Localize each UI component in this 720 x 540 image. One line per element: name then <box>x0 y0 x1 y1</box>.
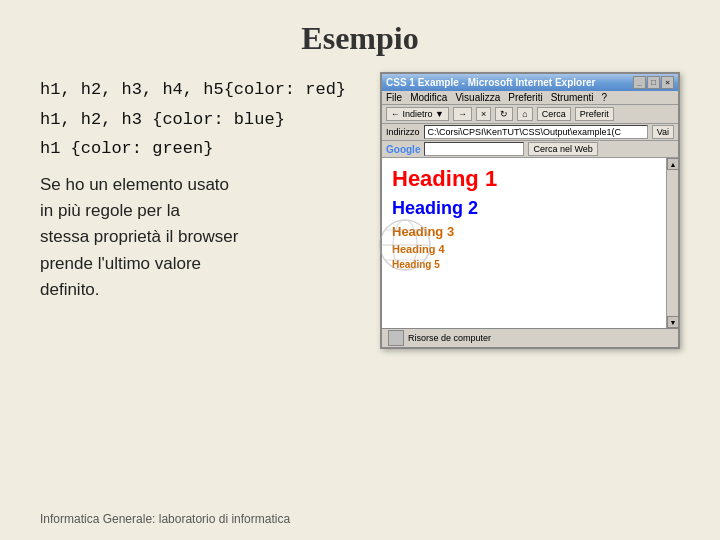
google-search-input[interactable] <box>424 142 524 156</box>
menu-strumenti[interactable]: Strumenti <box>551 92 594 103</box>
code-line-3: h1 {color: green} <box>40 136 370 162</box>
titlebar-buttons: _ □ × <box>633 76 674 89</box>
address-input[interactable] <box>424 125 648 139</box>
slide-title: Esempio <box>40 20 680 57</box>
close-button[interactable]: × <box>661 76 674 89</box>
code-line-1: h1, h2, h3, h4, h5{color: red} <box>40 77 370 103</box>
forward-button[interactable]: → <box>453 107 472 121</box>
google-search-button[interactable]: Cerca nel Web <box>528 142 597 156</box>
search-button[interactable]: Cerca <box>537 107 571 121</box>
google-bar: Google Cerca nel Web <box>382 141 678 158</box>
status-text: Risorse de computer <box>408 333 491 343</box>
left-text-block: h1, h2, h3, h4, h5{color: red} h1, h2, h… <box>40 77 370 303</box>
browser-toolbar: ← Indietro ▼ → × ↻ ⌂ Cerca Preferit <box>382 105 678 124</box>
home-button[interactable]: ⌂ <box>517 107 532 121</box>
content-area: h1, h2, h3, h4, h5{color: red} h1, h2, h… <box>40 77 680 349</box>
description-text: Se ho un elemento usato in più regole pe… <box>40 172 370 304</box>
browser-menubar: File Modifica Visualizza Preferiti Strum… <box>382 91 678 105</box>
browser-titlebar: CSS 1 Example - Microsoft Internet Explo… <box>382 74 678 91</box>
menu-modifica[interactable]: Modifica <box>410 92 447 103</box>
diagram-element <box>375 215 435 275</box>
menu-visualizza[interactable]: Visualizza <box>455 92 500 103</box>
browser-scrollbar[interactable]: ▲ ▼ <box>666 158 678 328</box>
address-bar: Indirizzo Vai <box>382 124 678 141</box>
browser-window: CSS 1 Example - Microsoft Internet Explo… <box>380 72 680 349</box>
stop-button[interactable]: × <box>476 107 491 121</box>
footnote: Informatica Generale: laboratorio di inf… <box>40 512 290 526</box>
maximize-button[interactable]: □ <box>647 76 660 89</box>
code-line-2: h1, h2, h3 {color: blue} <box>40 107 370 133</box>
go-button[interactable]: Vai <box>652 125 674 139</box>
scroll-up-button[interactable]: ▲ <box>667 158 679 170</box>
menu-help[interactable]: ? <box>601 92 607 103</box>
h1-heading: Heading 1 <box>392 166 668 192</box>
browser-title: CSS 1 Example - Microsoft Internet Explo… <box>386 77 596 88</box>
favorites-button[interactable]: Preferit <box>575 107 614 121</box>
address-label: Indirizzo <box>386 127 420 137</box>
slide: Esempio h1, h2, h3, h4, h5{color: red} h… <box>0 0 720 540</box>
browser-statusbar: Risorse de computer <box>382 328 678 347</box>
back-button[interactable]: ← Indietro ▼ <box>386 107 449 121</box>
status-icon <box>388 330 404 346</box>
scroll-down-button[interactable]: ▼ <box>667 316 679 328</box>
menu-preferiti[interactable]: Preferiti <box>508 92 542 103</box>
minimize-button[interactable]: _ <box>633 76 646 89</box>
refresh-button[interactable]: ↻ <box>495 107 513 121</box>
menu-file[interactable]: File <box>386 92 402 103</box>
google-logo: Google <box>386 144 420 155</box>
